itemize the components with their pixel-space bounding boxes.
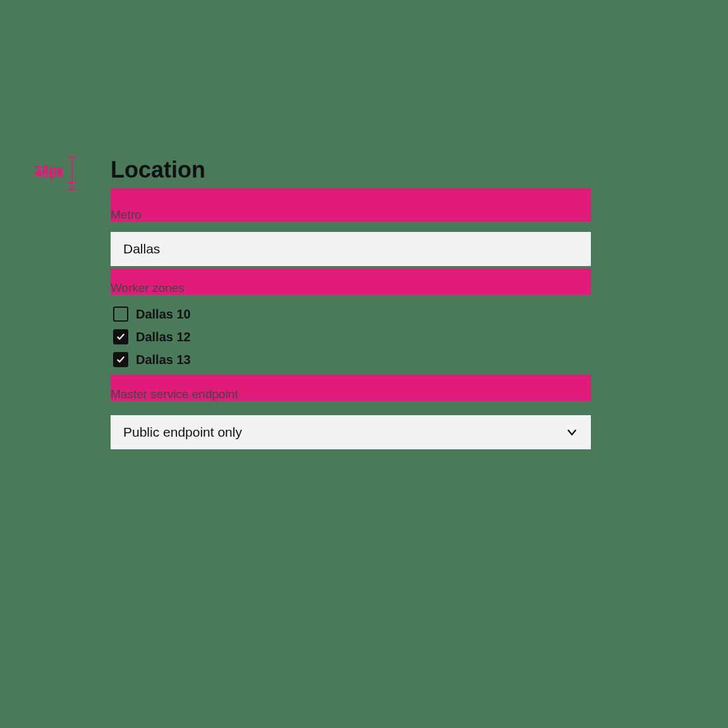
metro-value: Dallas [123,241,160,257]
checkbox-icon [113,306,128,322]
metro-field[interactable]: Dallas [111,232,591,266]
worker-zones-label: Worker zones [111,281,591,295]
worker-zone-option[interactable]: Dallas 10 [111,303,591,325]
metro-label: Metro [111,208,591,222]
checkbox-label: Dallas 10 [136,307,191,322]
checkbox-icon [113,352,128,367]
endpoint-select[interactable]: Public endpoint only [111,415,591,449]
check-icon [116,332,125,341]
worker-zone-option[interactable]: Dallas 12 [111,325,591,348]
worker-zones-group: Dallas 10 Dallas 12 Dallas 13 [111,303,591,371]
check-icon [116,355,125,364]
worker-zone-option[interactable]: Dallas 13 [111,348,591,371]
endpoint-label: Master service endpoint [111,387,591,401]
chevron-down-icon [566,426,578,439]
checkbox-label: Dallas 13 [136,353,191,367]
endpoint-value: Public endpoint only [123,425,242,440]
checkbox-label: Dallas 12 [136,330,191,344]
checkbox-icon [113,329,128,344]
spacing-annotation-32b: 32px [35,157,76,183]
section-heading: Location [111,157,591,183]
